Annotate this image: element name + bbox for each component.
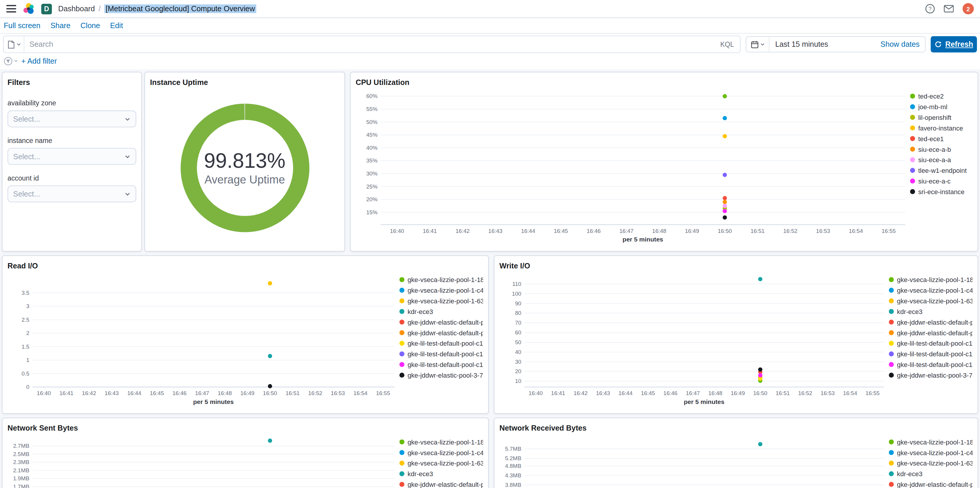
legend-item[interactable]: gke-vseca-lizzie-pool-1-1877... <box>889 438 973 446</box>
x-axis-tick-label: 16:49 <box>240 390 254 396</box>
legend-item[interactable]: gke-jddwr-elastic-pool-3-74... <box>889 371 973 379</box>
legend-item[interactable]: tlee-w1-endpoint <box>910 166 973 174</box>
edit-button[interactable]: Edit <box>110 21 123 30</box>
legend-item[interactable]: gke-vseca-lizzie-pool-1-c417... <box>889 449 973 456</box>
y-axis-tick-label: 2.7MB <box>13 443 29 449</box>
filter-options-button[interactable] <box>4 57 18 65</box>
legend-item[interactable]: gke-lil-test-default-pool-c1e... <box>889 339 973 347</box>
clone-button[interactable]: Clone <box>80 21 100 30</box>
legend-item[interactable]: gke-jddwr-elastic-default-po... <box>399 481 483 488</box>
legend-item[interactable]: gke-lil-test-default-pool-c1e... <box>889 361 973 368</box>
saved-query-menu-button[interactable] <box>4 36 25 52</box>
refresh-button[interactable]: Refresh <box>931 36 977 52</box>
legend-item[interactable]: gke-vseca-lizzie-pool-1-c417... <box>889 287 973 294</box>
query-language-button[interactable]: KQL <box>714 41 740 48</box>
legend-item[interactable]: gke-vseca-lizzie-pool-1-630... <box>399 459 483 467</box>
data-point[interactable] <box>758 367 762 371</box>
data-point[interactable] <box>723 204 727 208</box>
legend-item[interactable]: joe-mb-ml <box>910 103 973 110</box>
data-point[interactable] <box>723 173 727 177</box>
account-id-select[interactable]: Select... <box>7 185 136 202</box>
legend-item[interactable]: gke-jddwr-elastic-default-po... <box>889 481 973 488</box>
instance-name-select[interactable]: Select... <box>7 148 136 165</box>
network-received-legend: gke-vseca-lizzie-pool-1-1877...gke-vseca… <box>889 436 973 488</box>
legend-item[interactable]: kdr-ece3 <box>399 470 483 477</box>
legend-item[interactable]: siu-ece-a-a <box>910 156 973 163</box>
legend-item[interactable]: gke-vseca-lizzie-pool-1-c417... <box>399 449 483 456</box>
data-point[interactable] <box>268 281 272 285</box>
legend-item[interactable]: gke-vseca-lizzie-pool-1-c417... <box>399 287 483 294</box>
help-icon[interactable]: ? <box>925 4 935 14</box>
data-point[interactable] <box>268 354 272 358</box>
legend-item[interactable]: siu-ece-a-c <box>910 177 973 185</box>
x-axis-tick-label: 16:41 <box>551 390 565 396</box>
x-axis-tick-label: 16:41 <box>423 228 437 234</box>
panel-title: Write I/O <box>500 261 973 273</box>
y-axis-tick-label: 0 <box>26 384 30 390</box>
elastic-logo-icon[interactable] <box>22 2 35 15</box>
data-point[interactable] <box>268 439 272 443</box>
data-point[interactable] <box>723 116 727 120</box>
legend-item[interactable]: ted-ece2 <box>910 92 973 100</box>
breadcrumb-dashboard[interactable]: Dashboard <box>58 5 95 13</box>
legend-item[interactable]: gke-vseca-lizzie-pool-1-630... <box>889 459 973 467</box>
share-button[interactable]: Share <box>50 21 70 30</box>
time-range-value[interactable]: Last 15 minutes <box>770 40 880 49</box>
data-point[interactable] <box>268 384 272 388</box>
chevron-down-icon <box>124 153 131 160</box>
legend-item[interactable]: gke-jddwr-elastic-default-po... <box>889 329 973 336</box>
legend-item[interactable]: gke-vseca-lizzie-pool-1-630... <box>889 297 973 304</box>
legend-item[interactable]: gke-jddwr-elastic-default-po... <box>889 318 973 326</box>
data-point[interactable] <box>723 134 727 138</box>
legend-item[interactable]: gke-lil-test-default-pool-c1e... <box>889 350 973 358</box>
y-axis-tick-label: 40 <box>515 349 521 355</box>
legend-item[interactable]: gke-vseca-lizzie-pool-1-630... <box>399 297 483 304</box>
data-point[interactable] <box>723 215 727 220</box>
legend-dot <box>910 136 915 141</box>
legend-item[interactable]: gke-vseca-lizzie-pool-1-1877... <box>889 276 973 283</box>
x-axis-tick-label: 16:48 <box>218 390 232 396</box>
x-axis-tick-label: 16:54 <box>353 390 368 396</box>
data-point[interactable] <box>723 209 727 213</box>
legend-label: gke-jddwr-elastic-default-po... <box>897 329 973 336</box>
legend-item[interactable]: kdr-ece3 <box>889 308 973 315</box>
search-input[interactable] <box>24 40 714 49</box>
data-point[interactable] <box>758 277 762 281</box>
data-point[interactable] <box>758 373 762 377</box>
calendar-menu-button[interactable] <box>746 37 770 52</box>
legend-item[interactable]: gke-jddwr-elastic-pool-3-74... <box>399 371 483 379</box>
y-axis-tick-label: 25% <box>366 184 377 190</box>
legend-item[interactable]: siu-ece-a-b <box>910 145 973 153</box>
legend-item[interactable]: ted-ece1 <box>910 135 973 143</box>
y-axis-tick-label: 50% <box>366 119 377 125</box>
full-screen-button[interactable]: Full screen <box>4 21 41 30</box>
space-badge[interactable]: D <box>41 3 52 14</box>
data-point[interactable] <box>723 94 727 98</box>
legend-item[interactable]: kdr-ece3 <box>399 308 483 315</box>
legend-item[interactable]: favero-instance <box>910 124 973 132</box>
x-axis-tick-label: 16:45 <box>150 390 164 396</box>
legend-label: kdr-ece3 <box>897 308 923 315</box>
legend-item[interactable]: lil-openshift <box>910 114 973 121</box>
y-axis-tick-label: 2 <box>26 330 30 336</box>
legend-item[interactable]: gke-vseca-lizzie-pool-1-1877... <box>399 276 483 283</box>
data-point[interactable] <box>758 442 762 446</box>
data-point[interactable] <box>723 196 727 200</box>
legend-item[interactable]: gke-jddwr-elastic-default-po... <box>399 329 483 336</box>
legend-item[interactable]: sri-ece-instance <box>910 188 973 195</box>
legend-item[interactable]: gke-lil-test-default-pool-c1e... <box>399 350 483 358</box>
user-avatar[interactable]: 2 <box>963 3 974 14</box>
availability-zone-select[interactable]: Select... <box>7 110 136 127</box>
legend-item[interactable]: gke-vseca-lizzie-pool-1-1877... <box>399 438 483 446</box>
show-dates-button[interactable]: Show dates <box>880 40 925 49</box>
data-point[interactable] <box>723 200 727 204</box>
legend-item[interactable]: kdr-ece3 <box>889 470 973 477</box>
legend-dot <box>889 341 894 346</box>
legend-item[interactable]: gke-jddwr-elastic-default-po... <box>399 318 483 326</box>
legend-item[interactable]: gke-lil-test-default-pool-c1e... <box>399 339 483 347</box>
legend-item[interactable]: gke-lil-test-default-pool-c1e... <box>399 361 483 368</box>
x-axis-tick-label: 16:49 <box>685 228 699 234</box>
menu-hamburger-icon[interactable] <box>6 5 16 13</box>
add-filter-button[interactable]: + Add filter <box>21 57 57 65</box>
mail-icon[interactable] <box>944 5 954 13</box>
